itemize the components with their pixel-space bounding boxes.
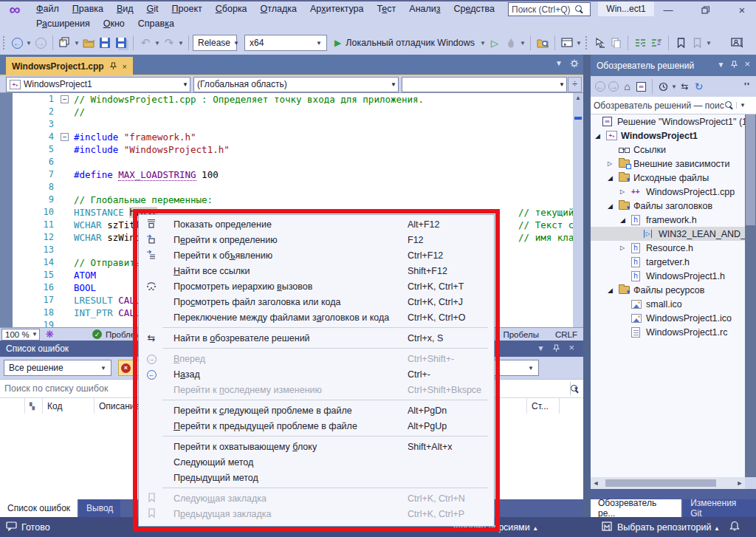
- menubar-item[interactable]: Анализ: [402, 1, 447, 17]
- collapsed-arrow-icon[interactable]: ▷: [608, 160, 615, 167]
- menubar-item[interactable]: Расширения: [30, 16, 97, 32]
- code-line[interactable]: 7#define MAX_LOADSTRING 100: [0, 168, 573, 181]
- menu-item[interactable]: Найти все ссылкиShift+F12: [139, 263, 494, 278]
- scrollbar-thumb[interactable]: [746, 114, 755, 225]
- code-line[interactable]: 9// Глобальные переменные:: [0, 194, 573, 206]
- scroll-left-icon[interactable]: ◄: [591, 479, 601, 487]
- tree-item[interactable]: ∞Решение "WindowsProject1" (1 проект из …: [591, 114, 756, 129]
- tree-item[interactable]: hWindowsProject1.h: [591, 269, 756, 283]
- menubar-item[interactable]: Тест: [370, 1, 402, 17]
- open-folder-icon[interactable]: [80, 34, 97, 52]
- column-header-severity[interactable]: ▚: [25, 398, 43, 414]
- menu-item[interactable]: Перейти к объявлениюCtrl+F12: [139, 247, 494, 263]
- solution-explorer-titlebar[interactable]: Обозреватель решений ▼ ×: [591, 55, 756, 76]
- nav-project-dropdown[interactable]: ++ WindowsProject1 ▼: [6, 77, 190, 92]
- se-horizontal-scrollbar[interactable]: ◄ ►: [591, 477, 745, 489]
- menubar-item[interactable]: Архитектура: [303, 1, 370, 17]
- redo-icon[interactable]: ↷: [161, 34, 177, 52]
- select-cursor-icon[interactable]: [591, 34, 608, 52]
- pin-icon[interactable]: [110, 62, 117, 72]
- menu-item[interactable]: Перейти к следующей проблеме в файлеAlt+…: [139, 403, 494, 418]
- back-icon[interactable]: ←: [595, 81, 605, 92]
- menu-item[interactable]: Перейти к определениюF12: [139, 232, 494, 247]
- tree-item[interactable]: Ссылки: [591, 143, 756, 157]
- maximize-button[interactable]: [693, 1, 718, 18]
- tree-item[interactable]: htargetver.h: [591, 255, 756, 269]
- zoom-dropdown[interactable]: 100 % ▼: [1, 329, 40, 341]
- tree-item[interactable]: ◢▼Исходные файлы: [591, 171, 756, 185]
- menu-item[interactable]: Перейти к предыдущей проблеме в файлеAlt…: [139, 418, 494, 434]
- expanded-arrow-icon[interactable]: ◢: [608, 202, 615, 210]
- menubar-item[interactable]: Вид: [110, 1, 140, 17]
- minimize-button[interactable]: —: [656, 1, 681, 18]
- scroll-right-icon[interactable]: ►: [735, 479, 745, 487]
- chevron-down-icon[interactable]: ▼: [73, 40, 80, 47]
- pin-icon[interactable]: [553, 344, 560, 354]
- overflow-icon[interactable]: '': [744, 81, 750, 92]
- menubar-item[interactable]: Отладка: [254, 1, 303, 17]
- chevron-down-icon[interactable]: ▼: [537, 344, 545, 354]
- menu-item[interactable]: ←НазадCtrl+-: [139, 366, 494, 382]
- quick-search-box[interactable]: Поиск (Ctrl+Q): [508, 2, 591, 16]
- expanded-arrow-icon[interactable]: ◢: [595, 132, 602, 140]
- code-line[interactable]: 6: [0, 156, 573, 168]
- tab-list-chevron-icon[interactable]: ▼: [555, 59, 563, 69]
- fold-marker-icon[interactable]: −: [61, 95, 69, 103]
- menubar-item[interactable]: Проект: [165, 1, 209, 17]
- menu-item[interactable]: Следующий метод: [139, 454, 494, 470]
- expanded-arrow-icon[interactable]: ◢: [620, 216, 628, 224]
- menubar-item[interactable]: Справка: [131, 16, 181, 32]
- nav-scope-dropdown[interactable]: (Глобальная область) ▼: [193, 77, 399, 92]
- code-line[interactable]: 1−// WindowsProject1.cpp : Определяет то…: [0, 93, 573, 106]
- expanded-arrow-icon[interactable]: ◢: [608, 174, 615, 182]
- document-tab[interactable]: WindowsProject1.cpp ×: [6, 57, 133, 76]
- scroll-up-icon[interactable]: ▲: [573, 93, 583, 103]
- tab-output[interactable]: Вывод: [79, 499, 120, 517]
- tree-item[interactable]: ▷++WindowsProject1.cpp: [591, 185, 756, 199]
- tree-item[interactable]: ◢++WindowsProject1: [591, 129, 756, 143]
- tree-item[interactable]: WindowsProject1.rc: [591, 325, 756, 339]
- code-line[interactable]: 2//: [0, 106, 573, 118]
- scrollbar-thumb[interactable]: [605, 479, 716, 487]
- undo-icon[interactable]: ↶: [137, 34, 154, 52]
- close-icon[interactable]: ×: [568, 344, 574, 354]
- collapsed-arrow-icon[interactable]: ▷: [620, 188, 628, 195]
- tab-error-list[interactable]: Список ошибок: [0, 499, 78, 517]
- se-vertical-scrollbar[interactable]: [745, 114, 756, 477]
- hot-reload-icon[interactable]: [503, 34, 519, 52]
- bookmark-icon[interactable]: [673, 34, 689, 52]
- tree-item[interactable]: ▷hResource.h: [591, 241, 756, 255]
- tree-item[interactable]: ▷WIN32_LEAN_AND_MEAN: [591, 227, 756, 241]
- menu-item[interactable]: →ВпередCtrl+Shift+-: [139, 351, 494, 366]
- find-in-files-icon[interactable]: [535, 34, 551, 52]
- gear-icon[interactable]: [570, 59, 579, 69]
- nav-member-dropdown[interactable]: ▼: [402, 77, 567, 92]
- close-tab-icon[interactable]: ×: [123, 62, 127, 71]
- save-icon[interactable]: [97, 34, 113, 52]
- tree-item[interactable]: WindowsProject1.ico: [591, 311, 756, 325]
- comment-icon[interactable]: 2: [648, 34, 664, 52]
- tree-item[interactable]: ◢▼Файлы заголовков: [591, 199, 756, 213]
- column-header-line[interactable]: Ст...: [527, 398, 560, 414]
- toolbar-grip[interactable]: [2, 36, 6, 49]
- expanded-arrow-icon[interactable]: ◢: [608, 287, 615, 294]
- menu-item[interactable]: Следующая закладкаCtrl+K, Ctrl+N: [139, 490, 494, 506]
- eol-label[interactable]: CRLF: [555, 330, 577, 339]
- sync-icon[interactable]: ⇆: [678, 78, 692, 95]
- menu-item[interactable]: Предыдущий метод: [139, 470, 494, 485]
- forward-icon[interactable]: →: [608, 81, 619, 92]
- tree-item[interactable]: ◢▼Файлы ресурсов: [591, 283, 756, 297]
- intellicode-icon[interactable]: ❋: [46, 329, 54, 340]
- menubar-item[interactable]: Git: [140, 1, 165, 17]
- fold-marker-icon[interactable]: −: [61, 133, 69, 141]
- code-line[interactable]: 3: [0, 118, 573, 131]
- chevron-down-icon[interactable]: ▼: [570, 382, 582, 395]
- tree-item[interactable]: ◢hframework.h: [591, 213, 756, 227]
- split-editor-button[interactable]: ÷: [568, 77, 582, 92]
- indent-icon[interactable]: [632, 34, 648, 52]
- close-icon[interactable]: ×: [744, 61, 750, 70]
- menu-item[interactable]: Предыдущая закладкаCtrl+K, Ctrl+P: [139, 506, 494, 521]
- menu-item[interactable]: Показать определениеAlt+F12: [139, 216, 494, 232]
- chevron-down-icon[interactable]: ▼: [736, 102, 746, 109]
- chevron-down-icon[interactable]: ▼: [670, 83, 678, 90]
